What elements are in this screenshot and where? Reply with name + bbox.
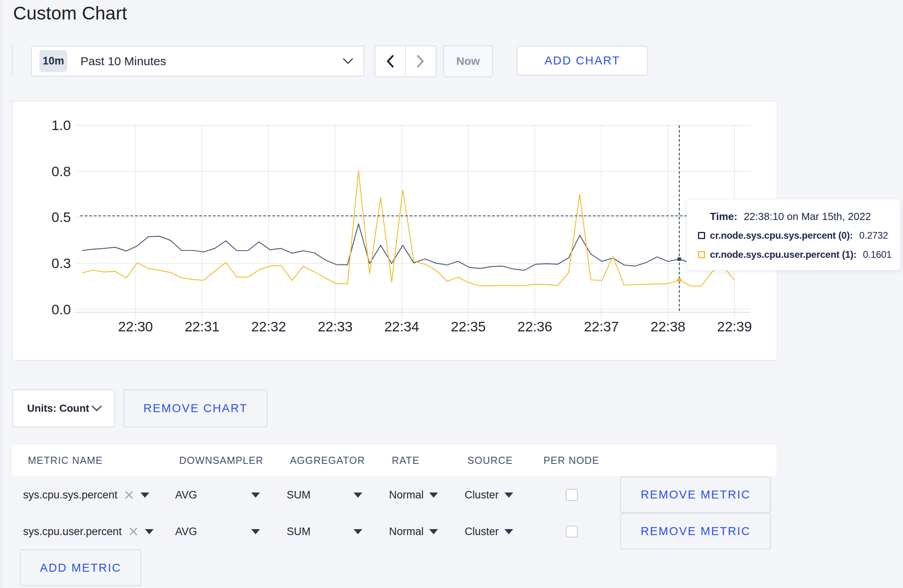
svg-text:0.3: 0.3	[51, 255, 71, 271]
svg-text:22:30: 22:30	[118, 319, 153, 334]
units-dropdown[interactable]: Units: Count	[12, 389, 115, 427]
source-value: Cluster	[465, 526, 499, 538]
downsampler-select[interactable]: AVG	[175, 477, 260, 513]
add-metric-button[interactable]: ADD METRIC	[20, 549, 141, 586]
next-time-button[interactable]	[406, 46, 436, 76]
tooltip-series-1-value: 0.1601	[863, 249, 891, 260]
source-value: Cluster	[465, 489, 499, 501]
caret-down-icon	[251, 493, 260, 498]
header-downsampler: DOWNSAMPLER	[179, 455, 264, 466]
rate-select[interactable]: Normal	[389, 513, 438, 550]
chevron-left-icon	[386, 54, 395, 68]
clear-icon[interactable]	[124, 490, 134, 500]
metric-name-select[interactable]: sys.cpu.sys.percent	[23, 477, 149, 513]
caret-down-icon	[504, 493, 513, 498]
time-paging-group	[375, 45, 436, 77]
metric-row: sys.cpu.sys.percent AVG SUM Normal Clust…	[12, 477, 776, 513]
header-metric-name: METRIC NAME	[28, 455, 103, 466]
svg-text:22:36: 22:36	[517, 319, 552, 334]
per-node-checkbox[interactable]	[566, 526, 578, 537]
remove-metric-button[interactable]: REMOVE METRIC	[620, 513, 771, 549]
caret-down-icon[interactable]	[141, 493, 149, 498]
svg-text:22:32: 22:32	[251, 319, 286, 334]
chevron-down-icon	[343, 58, 353, 64]
chevron-down-icon	[92, 405, 102, 412]
chevron-right-icon	[416, 54, 425, 68]
toolbar-divider	[12, 45, 13, 76]
line-chart: 0.00.30.50.81.022:3022:3122:3222:3322:34…	[12, 101, 778, 361]
source-select[interactable]: Cluster	[465, 513, 513, 550]
prev-time-button[interactable]	[375, 46, 406, 76]
timescale-label: Past 10 Minutes	[80, 55, 343, 68]
caret-down-icon	[354, 493, 362, 498]
metric-name-value: sys.cpu.sys.percent	[23, 489, 117, 501]
source-select[interactable]: Cluster	[465, 477, 513, 513]
metric-row: sys.cpu.user.percent AVG SUM Normal Clus…	[12, 513, 776, 550]
svg-text:0.8: 0.8	[51, 164, 71, 179]
tooltip-series-1-label: cr.node.sys.cpu.user.percent (1):	[710, 249, 856, 260]
metric-name-value: sys.cpu.user.percent	[23, 526, 122, 538]
caret-down-icon	[504, 529, 513, 534]
svg-text:0.0: 0.0	[51, 302, 71, 317]
tooltip-series-0-value: 0.2732	[859, 230, 888, 241]
page-title: Custom Chart	[13, 2, 127, 24]
aggregator-select[interactable]: SUM	[287, 513, 362, 550]
timescale-dropdown[interactable]: 10m Past 10 Minutes	[31, 46, 364, 76]
aggregator-value: SUM	[287, 489, 311, 501]
downsampler-value: AVG	[175, 526, 197, 538]
timescale-badge: 10m	[39, 50, 67, 72]
metric-name-select[interactable]: sys.cpu.user.percent	[23, 513, 154, 550]
remove-chart-button[interactable]: REMOVE CHART	[123, 389, 268, 427]
per-node-checkbox[interactable]	[566, 489, 578, 501]
metrics-table-header: METRIC NAME DOWNSAMPLER AGGREGATOR RATE …	[12, 445, 776, 476]
svg-text:22:33: 22:33	[318, 319, 353, 334]
series-0-swatch-icon	[698, 232, 705, 239]
rate-select[interactable]: Normal	[389, 477, 438, 513]
svg-text:1.0: 1.0	[51, 117, 71, 133]
units-label: Units: Count	[27, 402, 89, 415]
svg-text:22:39: 22:39	[717, 319, 752, 334]
caret-down-icon	[251, 529, 260, 534]
svg-text:22:31: 22:31	[185, 319, 220, 334]
remove-metric-button[interactable]: REMOVE METRIC	[620, 477, 771, 513]
rate-value: Normal	[389, 489, 424, 501]
header-aggregator: AGGREGATOR	[290, 455, 365, 466]
chart-tooltip: Time: 22:38:10 on Mar 15th, 2022 cr.node…	[686, 199, 901, 271]
tooltip-series-0-label: cr.node.sys.cpu.sys.percent (0):	[710, 230, 853, 241]
chart-card[interactable]: 0.00.30.50.81.022:3022:3122:3222:3322:34…	[12, 101, 778, 361]
caret-down-icon	[354, 529, 362, 534]
series-1-swatch-icon	[698, 251, 705, 258]
aggregator-select[interactable]: SUM	[287, 477, 362, 513]
svg-text:22:34: 22:34	[384, 319, 419, 334]
header-source: SOURCE	[467, 455, 513, 466]
svg-text:0.5: 0.5	[51, 209, 71, 225]
svg-text:22:35: 22:35	[451, 319, 486, 334]
tooltip-time-value: 22:38:10 on Mar 15th, 2022	[744, 210, 871, 223]
caret-down-icon[interactable]	[145, 529, 154, 534]
tooltip-time-label: Time:	[710, 210, 737, 223]
downsampler-value: AVG	[175, 489, 197, 501]
header-rate: RATE	[392, 455, 420, 466]
clear-icon[interactable]	[129, 527, 138, 536]
caret-down-icon	[429, 493, 438, 498]
svg-text:22:37: 22:37	[584, 319, 619, 334]
rate-value: Normal	[389, 526, 424, 538]
aggregator-value: SUM	[287, 526, 311, 538]
add-chart-button[interactable]: ADD CHART	[517, 46, 648, 76]
caret-down-icon	[429, 529, 438, 534]
header-per-node: PER NODE	[543, 455, 599, 466]
page-left-edge	[1, 0, 2, 588]
svg-text:22:38: 22:38	[651, 319, 686, 334]
downsampler-select[interactable]: AVG	[175, 513, 260, 550]
now-button[interactable]: Now	[443, 45, 493, 77]
